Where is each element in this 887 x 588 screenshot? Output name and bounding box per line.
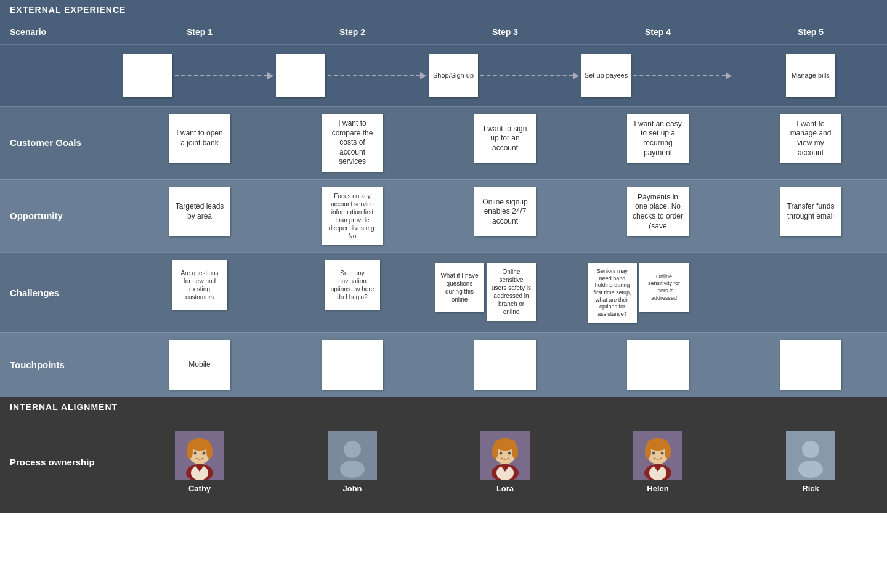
- scenario-box-3[interactable]: Shop/Sign up: [429, 54, 478, 97]
- scenario-box-2[interactable]: [276, 54, 325, 97]
- scenario-step1: [123, 54, 276, 97]
- svg-point-35: [798, 461, 823, 478]
- challenge-note-1[interactable]: Are questions for new and existing custo…: [172, 260, 227, 310]
- opp-note-4[interactable]: Payments in one place. No checks to orde…: [627, 187, 689, 236]
- challenges-row: Challenges Are questions for new and exi…: [0, 252, 887, 332]
- internal-section: INTERNAL ALIGNMENT Process ownership: [0, 397, 887, 513]
- touchpoints-label: Touchpoints: [0, 347, 123, 382]
- internal-header: INTERNAL ALIGNMENT: [0, 397, 887, 417]
- step-4-header: Step 4: [581, 25, 734, 39]
- customer-goals-label: Customer Goals: [0, 125, 123, 160]
- person-rick[interactable]: Rick: [734, 424, 887, 501]
- challenge-note-3a[interactable]: What if I have questions during this onl…: [435, 263, 484, 312]
- opp-note-3[interactable]: Online signup enables 24/7 account: [474, 187, 536, 236]
- touchpoint-note-3[interactable]: [474, 340, 536, 390]
- scenario-label: Scenario: [0, 25, 123, 39]
- scenario-box-4[interactable]: Set up payees: [581, 54, 631, 97]
- touchpoints-step3: [429, 333, 581, 397]
- svg-point-8: [194, 451, 197, 454]
- process-label: Process ownership: [0, 445, 123, 480]
- goal-note-5[interactable]: I want to manage and view my account: [780, 114, 841, 163]
- opp-note-2[interactable]: Focus on key account service information…: [322, 187, 383, 245]
- scenario-step5: Manage bills: [734, 54, 887, 97]
- customer-goals-step2: I want to compare the costs of account s…: [276, 107, 429, 179]
- svg-point-29: [645, 444, 651, 459]
- challenge-note-2[interactable]: So many navigation options...w here do I…: [325, 260, 380, 310]
- challenges-step2: So many navigation options...w here do I…: [276, 253, 429, 317]
- goal-note-1[interactable]: I want to open a joint bank: [169, 114, 230, 163]
- touchpoints-row: Touchpoints Mobile: [0, 332, 887, 397]
- avatar-john: [328, 431, 377, 480]
- scenario-row-label: [0, 66, 123, 86]
- goal-note-4[interactable]: I want an easy to set up a recurring pay…: [627, 114, 689, 163]
- process-row: Process ownership: [0, 417, 887, 513]
- person-helen[interactable]: Helen: [581, 424, 734, 501]
- opportunity-step3: Online signup enables 24/7 account: [429, 180, 581, 244]
- touchpoints-step2: [276, 333, 429, 397]
- challenges-step1: Are questions for new and existing custo…: [123, 253, 276, 317]
- svg-point-11: [344, 441, 361, 458]
- cathy-label: Cathy: [188, 484, 211, 493]
- svg-point-19: [492, 444, 498, 459]
- step-5-header: Step 5: [734, 25, 887, 39]
- challenge-note-4b[interactable]: Online sensitivity for users is addresse…: [639, 263, 689, 312]
- scenario-flow-row: Shop/Sign up Set up payees Manage bills: [0, 44, 887, 106]
- external-section: EXTERNAL EXPERIENCE Scenario Step 1 Step…: [0, 0, 887, 397]
- touchpoints-step1: Mobile: [123, 333, 276, 397]
- step-3-header: Step 3: [429, 25, 581, 39]
- svg-point-12: [340, 461, 365, 478]
- opp-note-1[interactable]: Targeted leads by area: [169, 187, 230, 236]
- person-cathy[interactable]: Cathy: [123, 424, 276, 501]
- scenario-box-5[interactable]: Manage bills: [786, 54, 835, 97]
- touchpoints-step5: [734, 333, 887, 397]
- scenario-step3: Shop/Sign up: [429, 54, 581, 97]
- customer-goals-step3: I want to sign up for an account: [429, 107, 581, 171]
- touchpoint-note-1[interactable]: Mobile: [169, 340, 230, 390]
- svg-point-7: [206, 444, 213, 459]
- svg-point-9: [203, 451, 206, 454]
- step-1-header: Step 1: [123, 25, 276, 39]
- opportunity-step5: Transfer funds throught email: [734, 180, 887, 244]
- challenges-step3: What if I have questions during this onl…: [429, 253, 581, 328]
- scenario-box-1[interactable]: [123, 54, 172, 97]
- goal-note-3[interactable]: I want to sign up for an account: [474, 114, 536, 163]
- svg-point-22: [508, 451, 511, 454]
- goal-note-2[interactable]: I want to compare the costs of account s…: [322, 114, 383, 172]
- avatar-rick: [786, 431, 835, 480]
- svg-point-21: [500, 451, 503, 454]
- opp-note-5[interactable]: Transfer funds throught email: [780, 187, 841, 236]
- helen-label: Helen: [647, 484, 668, 493]
- opportunity-step4: Payments in one place. No checks to orde…: [581, 180, 734, 244]
- person-john[interactable]: John: [276, 424, 429, 501]
- svg-point-30: [665, 444, 671, 459]
- svg-point-20: [512, 444, 518, 459]
- touchpoints-step4: [581, 333, 734, 397]
- external-header: EXTERNAL EXPERIENCE: [0, 0, 887, 20]
- customer-goals-step5: I want to manage and view my account: [734, 107, 887, 171]
- svg-point-31: [652, 451, 655, 454]
- person-lora[interactable]: Lora: [429, 424, 581, 501]
- customer-goals-step4: I want an easy to set up a recurring pay…: [581, 107, 734, 171]
- scenario-step4: Set up payees: [581, 54, 734, 97]
- customer-goals-row: Customer Goals I want to open a joint ba…: [0, 106, 887, 179]
- john-label: John: [342, 484, 362, 493]
- avatar-helen: [633, 431, 682, 480]
- challenge-note-4a[interactable]: Seniors may need hand holding during fir…: [588, 263, 637, 323]
- svg-point-34: [802, 441, 819, 458]
- challenges-step5: [734, 253, 887, 302]
- lora-label: Lora: [496, 484, 514, 493]
- svg-point-6: [187, 444, 193, 459]
- rick-label: Rick: [802, 484, 819, 493]
- customer-goals-step1: I want to open a joint bank: [123, 107, 276, 171]
- avatar-lora: [480, 431, 530, 480]
- opportunity-step2: Focus on key account service information…: [276, 180, 429, 252]
- step-2-header: Step 2: [276, 25, 429, 39]
- touchpoint-note-2[interactable]: [322, 340, 383, 390]
- touchpoint-note-4[interactable]: [627, 340, 689, 390]
- touchpoint-note-5[interactable]: [780, 340, 841, 390]
- svg-point-32: [661, 451, 664, 454]
- opportunity-row: Opportunity Targeted leads by area Focus…: [0, 179, 887, 252]
- opportunity-step1: Targeted leads by area: [123, 180, 276, 244]
- challenge-note-3b[interactable]: Online sensitive users safety is address…: [487, 263, 536, 321]
- challenges-step4: Seniors may need hand holding during fir…: [581, 253, 734, 331]
